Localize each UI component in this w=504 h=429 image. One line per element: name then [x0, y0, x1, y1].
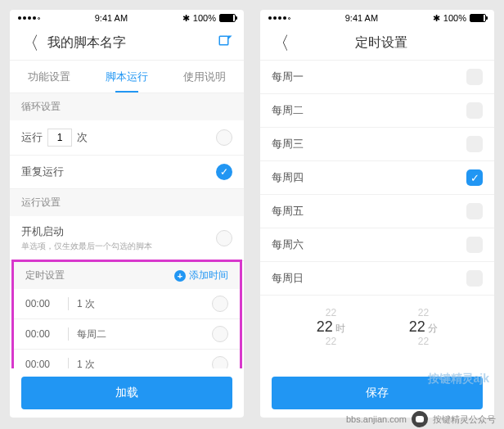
timer-radio[interactable] — [212, 356, 228, 368]
timer-highlight: 定时设置 +添加时间 00:001 次 00:00每周二 00:001 次 — [11, 260, 242, 368]
repeat-row[interactable]: 重复运行 ✓ — [10, 156, 244, 189]
load-button[interactable]: 加载 — [21, 377, 232, 409]
day-mon[interactable]: 每周一 — [260, 61, 494, 94]
wechat-icon — [412, 411, 428, 427]
svg-rect-0 — [219, 36, 228, 45]
edit-icon[interactable] — [218, 34, 232, 52]
back-icon[interactable]: 〈 — [272, 31, 290, 56]
section-loop: 循环设置 — [10, 93, 244, 120]
day-wed[interactable]: 每周三 — [260, 128, 494, 161]
day-checkbox[interactable] — [466, 102, 483, 119]
repeat-check-icon[interactable]: ✓ — [216, 164, 232, 180]
run-count-input[interactable] — [47, 129, 72, 147]
run-times-radio[interactable] — [216, 129, 232, 146]
timer-row[interactable]: 00:00每周二 — [14, 319, 240, 350]
day-thu[interactable]: 每周四✓ — [260, 161, 494, 195]
status-bar: 9:41 AM ✱100% — [10, 10, 244, 26]
day-checkbox[interactable] — [466, 203, 483, 219]
day-checkbox-checked[interactable]: ✓ — [466, 169, 483, 186]
day-checkbox[interactable] — [466, 270, 483, 287]
phone-right: 9:41 AM ✱100% 〈 定时设置 每周一 每周二 每周三 每周四✓ 每周… — [260, 10, 494, 418]
timer-radio[interactable] — [212, 326, 228, 342]
day-tue[interactable]: 每周二 — [260, 94, 494, 128]
day-fri[interactable]: 每周五 — [260, 195, 494, 228]
status-time: 9:41 AM — [95, 13, 128, 23]
timer-row[interactable]: 00:001 次 — [14, 289, 240, 319]
tab-usage[interactable]: 使用说明 — [166, 61, 244, 93]
status-time: 9:41 AM — [345, 13, 378, 23]
page-title: 定时设置 — [298, 34, 465, 52]
status-bar: 9:41 AM ✱100% — [260, 10, 494, 26]
day-checkbox[interactable] — [466, 69, 483, 85]
boot-row[interactable]: 开机启动 单选项，仅生效最后一个勾选的脚本 — [10, 216, 244, 261]
save-button[interactable]: 保存 — [272, 377, 483, 409]
run-times-row: 运行 次 — [10, 120, 244, 156]
scroll-area[interactable]: 循环设置 运行 次 重复运行 ✓ 运行设置 开机启动 单选项，仅生效最后一个勾选… — [10, 93, 244, 368]
timer-row[interactable]: 00:001 次 — [14, 350, 240, 368]
day-checkbox[interactable] — [466, 237, 483, 253]
tab-function[interactable]: 功能设置 — [10, 61, 88, 93]
page-title: 我的脚本名字 — [47, 34, 218, 52]
add-time-button[interactable]: +添加时间 — [174, 269, 228, 282]
timer-radio[interactable] — [212, 296, 228, 312]
section-run: 运行设置 — [10, 189, 244, 216]
section-timer: 定时设置 +添加时间 — [14, 262, 240, 289]
tabs: 功能设置 脚本运行 使用说明 — [10, 61, 244, 93]
nav-bar: 〈 我的脚本名字 — [10, 26, 244, 61]
tab-script-run[interactable]: 脚本运行 — [88, 61, 165, 93]
time-picker[interactable]: 2222 时22 2222 分22 — [260, 296, 494, 352]
scroll-area[interactable]: 每周一 每周二 每周三 每周四✓ 每周五 每周六 每周日 2222 时22 22… — [260, 61, 494, 368]
phone-left: 9:41 AM ✱100% 〈 我的脚本名字 功能设置 脚本运行 使用说明 循环… — [10, 10, 244, 418]
day-checkbox[interactable] — [466, 136, 483, 152]
plus-icon: + — [174, 270, 186, 282]
boot-radio[interactable] — [216, 230, 232, 246]
day-sat[interactable]: 每周六 — [260, 228, 494, 262]
back-icon[interactable]: 〈 — [21, 31, 39, 56]
nav-bar: 〈 定时设置 — [260, 26, 494, 61]
footer: bbs.anjian.com 按键精灵公众号 — [346, 411, 496, 427]
day-sun[interactable]: 每周日 — [260, 262, 494, 296]
